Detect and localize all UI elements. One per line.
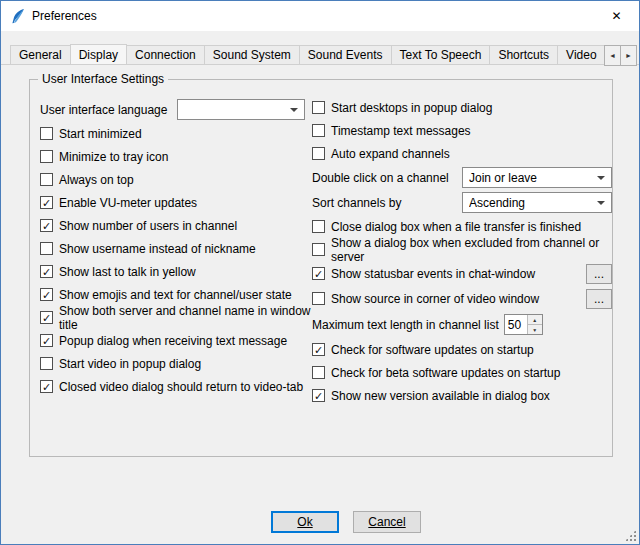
checkbox[interactable] — [312, 101, 325, 114]
checkbox[interactable]: ✓ — [40, 334, 53, 347]
checkbox[interactable] — [312, 147, 325, 160]
double-click-combobox[interactable]: Join or leave — [462, 167, 612, 188]
checkbox-label[interactable]: Show new version available in dialog box — [331, 389, 550, 403]
title-bar: Preferences ✕ — [1, 1, 639, 31]
tab-shortcuts[interactable]: Shortcuts — [489, 45, 558, 64]
tab-text-to-speech[interactable]: Text To Speech — [391, 45, 491, 64]
checkbox-row[interactable]: ✓ Check for software updates on startup — [312, 338, 612, 361]
double-click-value: Join or leave — [469, 171, 591, 185]
ok-button[interactable]: Ok — [271, 511, 339, 533]
checkbox[interactable] — [312, 366, 325, 379]
checkbox-label[interactable]: Show emojis and text for channel/user st… — [59, 288, 292, 302]
checkbox[interactable] — [40, 150, 53, 163]
ok-button-label: Ok — [297, 515, 312, 529]
checkbox[interactable]: ✓ — [312, 389, 325, 402]
tab-display[interactable]: Display — [70, 44, 127, 65]
checkbox[interactable] — [312, 220, 325, 233]
checkbox-label[interactable]: Show username instead of nickname — [59, 242, 256, 256]
checkbox-row[interactable]: Show username instead of nickname — [40, 237, 312, 260]
checkbox-row[interactable]: Check for beta software updates on start… — [312, 361, 612, 384]
double-click-row: Double click on a channel Join or leave — [312, 165, 612, 190]
video-source-row[interactable]: Show source in corner of video window ..… — [312, 286, 612, 311]
checkbox-row[interactable]: Timestamp text messages — [312, 119, 612, 142]
checkbox-row[interactable]: Start video in popup dialog — [40, 352, 312, 375]
language-combobox[interactable] — [177, 99, 305, 120]
tab-scroll-left-icon[interactable]: ◄ — [604, 45, 621, 66]
checkbox[interactable] — [312, 243, 325, 256]
checkbox-label[interactable]: Auto expand channels — [331, 147, 450, 161]
checkbox-label[interactable]: Close dialog box when a file transfer is… — [331, 220, 581, 234]
checkbox[interactable] — [40, 173, 53, 186]
tab-scroll-right-icon[interactable]: ► — [620, 45, 637, 66]
tab-sound-system[interactable]: Sound System — [204, 45, 300, 64]
tab-bar: General Display Connection Sound System … — [1, 44, 639, 65]
spinner-down-icon[interactable]: ▼ — [528, 325, 542, 334]
checkbox-label[interactable]: Timestamp text messages — [331, 124, 471, 138]
checkbox-row[interactable]: ✓ Popup dialog when receiving text messa… — [40, 329, 312, 352]
max-text-length-spinner[interactable]: 50 ▲ ▼ — [504, 314, 543, 335]
checkbox-row[interactable]: Start desktops in popup dialog — [312, 96, 612, 119]
max-text-length-value[interactable]: 50 — [505, 315, 527, 334]
checkbox[interactable] — [40, 127, 53, 140]
checkbox[interactable] — [312, 124, 325, 137]
spinner-up-icon[interactable]: ▲ — [528, 315, 542, 325]
checkbox-row[interactable]: Start minimized — [40, 122, 312, 145]
preferences-dialog: Preferences ✕ General Display Connection… — [0, 0, 640, 545]
checkbox[interactable]: ✓ — [312, 267, 325, 280]
checkbox-label[interactable]: Start desktops in popup dialog — [331, 101, 492, 115]
app-icon — [9, 8, 26, 25]
checkbox-row[interactable]: ✓ Closed video dialog should return to v… — [40, 375, 312, 398]
checkbox[interactable] — [40, 242, 53, 255]
checkbox-label[interactable]: Show statusbar events in chat-window — [331, 267, 535, 281]
tab-video[interactable]: Video — [557, 45, 605, 64]
cancel-button[interactable]: Cancel — [353, 511, 421, 533]
checkbox[interactable]: ✓ — [40, 265, 53, 278]
checkbox-row[interactable]: Auto expand channels — [312, 142, 612, 165]
checkbox-row[interactable]: Minimize to tray icon — [40, 145, 312, 168]
left-column: User interface language Start minimized … — [40, 80, 312, 398]
checkbox-row[interactable]: ✓ Show both server and channel name in w… — [40, 306, 312, 329]
checkbox-label[interactable]: Start video in popup dialog — [59, 357, 201, 371]
checkbox-row[interactable]: ✓ Show last to talk in yellow — [40, 260, 312, 283]
checkbox-label[interactable]: Enable VU-meter updates — [59, 196, 197, 210]
user-interface-settings-group: User Interface Settings User interface l… — [29, 79, 613, 457]
max-text-length-label: Maximum text length in channel list — [312, 318, 499, 332]
close-icon[interactable]: ✕ — [594, 1, 639, 31]
double-click-label: Double click on a channel — [312, 171, 449, 185]
sort-channels-label: Sort channels by — [312, 196, 401, 210]
checkbox-label[interactable]: Check for beta software updates on start… — [331, 366, 560, 380]
checkbox-label[interactable]: Show source in corner of video window — [331, 292, 539, 306]
checkbox[interactable]: ✓ — [40, 196, 53, 209]
tab-sound-events[interactable]: Sound Events — [299, 45, 392, 64]
checkbox-row[interactable]: ✓ Show number of users in channel — [40, 214, 312, 237]
checkbox-label[interactable]: Show number of users in channel — [59, 219, 237, 233]
checkbox-row[interactable]: ✓ Show new version available in dialog b… — [312, 384, 612, 407]
checkbox[interactable]: ✓ — [40, 311, 53, 324]
checkbox-label[interactable]: Always on top — [59, 173, 134, 187]
checkbox-label[interactable]: Closed video dialog should return to vid… — [59, 380, 303, 394]
checkbox-label[interactable]: Show a dialog box when excluded from cha… — [331, 236, 612, 264]
statusbar-events-row[interactable]: ✓ Show statusbar events in chat-window .… — [312, 261, 612, 286]
tab-general[interactable]: General — [10, 45, 71, 64]
checkbox[interactable]: ✓ — [40, 288, 53, 301]
checkbox-label[interactable]: Minimize to tray icon — [59, 150, 168, 164]
checkbox[interactable]: ✓ — [40, 219, 53, 232]
sort-channels-combobox[interactable]: Ascending — [462, 192, 612, 213]
language-row: User interface language — [40, 97, 312, 122]
tab-connection[interactable]: Connection — [126, 45, 205, 64]
checkbox-label[interactable]: Check for software updates on startup — [331, 343, 534, 357]
checkbox-label[interactable]: Show last to talk in yellow — [59, 265, 196, 279]
cancel-button-label: Cancel — [368, 515, 405, 529]
checkbox-row[interactable]: Show a dialog box when excluded from cha… — [312, 238, 612, 261]
checkbox[interactable]: ✓ — [40, 380, 53, 393]
checkbox[interactable] — [40, 357, 53, 370]
checkbox-label[interactable]: Start minimized — [59, 127, 142, 141]
checkbox-label[interactable]: Popup dialog when receiving text message — [59, 334, 287, 348]
checkbox-row[interactable]: ✓ Enable VU-meter updates — [40, 191, 312, 214]
max-text-length-row: Maximum text length in channel list 50 ▲… — [312, 311, 612, 338]
checkbox[interactable] — [312, 292, 325, 305]
checkbox-label[interactable]: Show both server and channel name in win… — [59, 304, 312, 332]
language-label: User interface language — [40, 103, 167, 117]
checkbox-row[interactable]: Always on top — [40, 168, 312, 191]
checkbox[interactable]: ✓ — [312, 343, 325, 356]
